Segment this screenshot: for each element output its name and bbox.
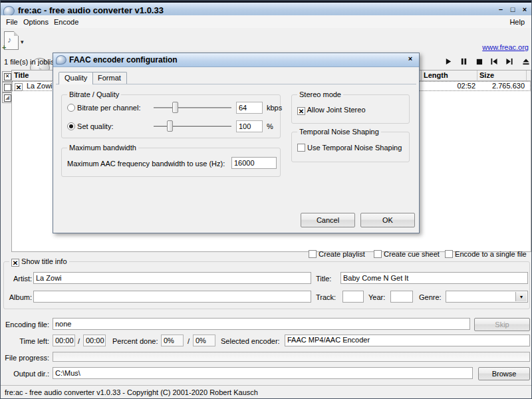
- row-checkbox[interactable]: ✕: [15, 82, 23, 91]
- play-track-button[interactable]: [443, 57, 454, 66]
- tab-strip-line: [56, 84, 416, 84]
- slider-thumb[interactable]: [167, 120, 173, 132]
- menu-encode[interactable]: Encode: [51, 17, 81, 27]
- output-dir-field[interactable]: [53, 367, 473, 379]
- ok-button[interactable]: OK: [360, 213, 415, 227]
- max-bandwidth-group: Maximum bandwidth Maximum AAC frequency …: [61, 148, 281, 177]
- genre-label: Genre:: [419, 293, 443, 301]
- checkbox-box: [309, 250, 317, 258]
- skip-end-icon: [505, 58, 513, 65]
- use-tns-label: Use Temporal Noise Shaping: [307, 144, 402, 152]
- percent-done-label: Percent done:: [112, 337, 158, 345]
- encode-single-file-checkbox[interactable]: Encode to a single file: [445, 250, 527, 258]
- window-titlebar: fre:ac - free audio converter v1.0.33 – …: [1, 3, 532, 16]
- maximize-button[interactable]: □: [507, 5, 518, 15]
- year-label: Year:: [368, 293, 387, 301]
- radio-circle: [67, 122, 75, 130]
- menubar: File Options Encode Help: [1, 15, 532, 29]
- row-length: 02:52: [422, 82, 478, 90]
- skip-button[interactable]: Skip: [474, 318, 530, 331]
- stereo-mode-legend: Stereo mode: [297, 90, 343, 98]
- bitrate-per-channel-label: Bitrate per channel:: [77, 104, 140, 112]
- create-cue-sheet-checkbox[interactable]: Create cue sheet: [374, 250, 440, 258]
- tab-quality[interactable]: Quality: [59, 72, 93, 84]
- eject-button[interactable]: [521, 57, 531, 66]
- bitrate-per-channel-radio[interactable]: Bitrate per channel:: [67, 104, 140, 112]
- add-files-button[interactable]: ♪ +: [4, 31, 19, 50]
- skip-start-icon: [490, 58, 498, 65]
- genre-select[interactable]: ▾: [446, 291, 528, 303]
- max-bandwidth-legend: Maximum bandwidth: [67, 144, 138, 152]
- slider-thumb[interactable]: [172, 102, 178, 113]
- slider-track: [154, 126, 231, 127]
- output-dir-label: Output dir.:: [1, 370, 49, 378]
- create-cue-sheet-label: Create cue sheet: [384, 250, 440, 258]
- set-quality-radio[interactable]: Set quality:: [67, 122, 113, 130]
- next-track-button[interactable]: [504, 57, 515, 66]
- pause-track-button[interactable]: [458, 57, 469, 66]
- title-field[interactable]: [340, 272, 528, 284]
- add-files-icon: ♪ +: [4, 31, 19, 50]
- allow-joint-stereo-label: Allow Joint Stereo: [307, 106, 365, 114]
- max-bandwidth-label: Maximum AAC frequency bandwidth to use (…: [67, 160, 225, 168]
- artist-label: Artist:: [7, 275, 32, 283]
- show-title-info-label: Show title info: [21, 257, 66, 265]
- toggle-selection-icon: ◢: [4, 94, 11, 102]
- use-tns-checkbox[interactable]: Use Temporal Noise Shaping: [297, 144, 402, 152]
- browse-button[interactable]: Browse: [478, 367, 530, 380]
- freac-window: fre:ac - free audio converter v1.0.33 – …: [0, 0, 532, 399]
- close-button[interactable]: ×: [519, 5, 530, 15]
- quality-unit: %: [267, 122, 273, 130]
- add-files-dropdown-arrow[interactable]: ▾: [21, 39, 24, 45]
- quality-slider[interactable]: [154, 120, 231, 132]
- cancel-button[interactable]: Cancel: [301, 213, 355, 227]
- album-field[interactable]: [33, 291, 311, 303]
- statusbar-text: fre:ac - free audio converter v1.0.33 - …: [5, 388, 258, 396]
- checkbox-box: [445, 250, 453, 258]
- bitrate-slider[interactable]: [154, 102, 231, 114]
- dialog-app-icon: [56, 55, 66, 65]
- checkbox-box: ✕: [11, 259, 19, 267]
- statusbar: fre:ac - free audio converter v1.0.33 - …: [1, 385, 532, 399]
- bitrate-value[interactable]: 64: [236, 102, 263, 114]
- time-left-value-1: 00:00: [53, 334, 75, 346]
- select-all-icon: ✕: [4, 73, 11, 80]
- menu-help[interactable]: Help: [507, 17, 527, 27]
- allow-joint-stereo-checkbox[interactable]: ✕ Allow Joint Stereo: [297, 106, 366, 115]
- selected-encoder-value: FAAC MP4/AAC Encoder: [285, 334, 530, 346]
- stereo-mode-group: Stereo mode ✕ Allow Joint Stereo: [291, 94, 410, 124]
- menu-options[interactable]: Options: [21, 17, 51, 27]
- menu-file[interactable]: File: [3, 17, 21, 27]
- time-left-slash: /: [78, 337, 80, 345]
- bitrate-quality-group: Bitrate / Quality Bitrate per channel: 6…: [61, 94, 281, 138]
- row-size: 2.765.630: [478, 82, 527, 90]
- previous-track-button[interactable]: [489, 57, 499, 66]
- genre-dropdown-arrow[interactable]: ▾: [515, 292, 527, 301]
- max-bandwidth-field[interactable]: [231, 157, 277, 169]
- play-icon: [445, 58, 452, 65]
- file-progress-label: File progress:: [1, 354, 49, 362]
- row-title: La Zowi: [24, 82, 55, 90]
- checkbox-box: [297, 144, 305, 152]
- tab-format[interactable]: Format: [92, 72, 127, 84]
- radio-circle: [67, 104, 75, 112]
- tns-group: Temporal Noise Shaping Use Temporal Nois…: [291, 132, 410, 162]
- create-playlist-checkbox[interactable]: Create playlist: [309, 250, 365, 258]
- dialog-close-button[interactable]: ×: [405, 55, 416, 65]
- encoding-file-field[interactable]: [53, 318, 470, 330]
- freac-website-link[interactable]: www.freac.org: [482, 43, 529, 51]
- artist-field[interactable]: [33, 272, 311, 284]
- joblist-count-text: 1 file(s) in joblist: [4, 58, 57, 66]
- show-title-info-checkbox[interactable]: ✕ Show title info: [9, 257, 69, 267]
- time-left-value-2: 00:00: [83, 334, 106, 346]
- column-header-size[interactable]: Size: [477, 70, 527, 81]
- faac-config-dialog: FAAC encoder configuration × Quality For…: [53, 53, 420, 233]
- stop-track-button[interactable]: [473, 57, 484, 66]
- year-field[interactable]: [390, 291, 413, 303]
- column-header-blank: [527, 70, 531, 81]
- percent-value-2: 0%: [193, 334, 215, 346]
- column-header-length[interactable]: Length: [422, 70, 477, 81]
- quality-value[interactable]: 100: [236, 120, 263, 132]
- track-field[interactable]: [342, 291, 364, 303]
- minimize-button[interactable]: –: [495, 5, 506, 15]
